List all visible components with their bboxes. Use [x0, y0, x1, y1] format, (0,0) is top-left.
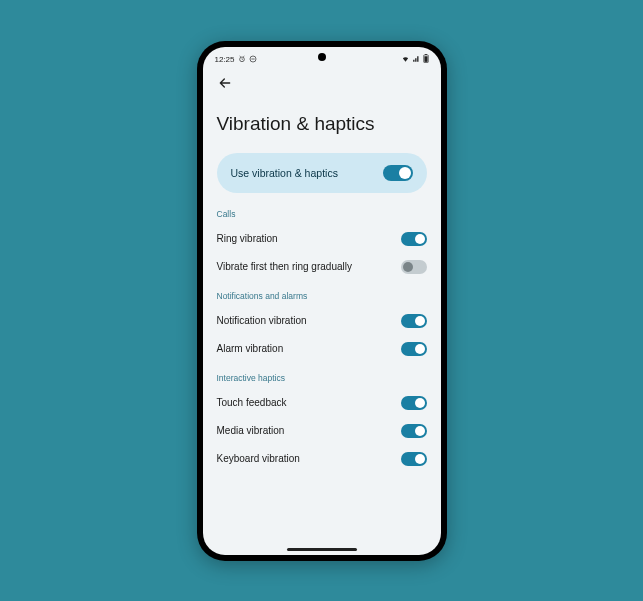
section-header-interactive: Interactive haptics: [217, 373, 427, 383]
row-label: Keyboard vibration: [217, 453, 300, 464]
ring-vibration-toggle[interactable]: [401, 232, 427, 246]
page-title: Vibration & haptics: [217, 113, 427, 135]
notification-vibration-toggle[interactable]: [401, 314, 427, 328]
front-camera: [318, 53, 326, 61]
phone-frame: 12:25: [197, 41, 447, 561]
row-alarm-vibration[interactable]: Alarm vibration: [217, 335, 427, 363]
dnd-icon: [249, 55, 257, 65]
row-media-vibration[interactable]: Media vibration: [217, 417, 427, 445]
content: Vibration & haptics Use vibration & hapt…: [203, 113, 441, 473]
row-touch-feedback[interactable]: Touch feedback: [217, 389, 427, 417]
alarm-vibration-toggle[interactable]: [401, 342, 427, 356]
vibrate-first-toggle[interactable]: [401, 260, 427, 274]
hero-toggle-card[interactable]: Use vibration & haptics: [217, 153, 427, 193]
signal-icon: [412, 55, 421, 65]
row-keyboard-vibration[interactable]: Keyboard vibration: [217, 445, 427, 473]
svg-rect-5: [424, 56, 427, 62]
svg-rect-4: [425, 54, 427, 55]
row-label: Notification vibration: [217, 315, 307, 326]
row-label: Touch feedback: [217, 397, 287, 408]
section-header-calls: Calls: [217, 209, 427, 219]
media-vibration-toggle[interactable]: [401, 424, 427, 438]
row-label: Vibrate first then ring gradually: [217, 261, 352, 272]
row-notification-vibration[interactable]: Notification vibration: [217, 307, 427, 335]
screen: 12:25: [203, 47, 441, 555]
row-vibrate-first[interactable]: Vibrate first then ring gradually: [217, 253, 427, 281]
keyboard-vibration-toggle[interactable]: [401, 452, 427, 466]
section-header-notifications: Notifications and alarms: [217, 291, 427, 301]
gesture-nav-bar[interactable]: [287, 548, 357, 551]
wifi-icon: [401, 55, 410, 65]
row-label: Ring vibration: [217, 233, 278, 244]
row-label: Media vibration: [217, 425, 285, 436]
svg-rect-2: [251, 58, 254, 59]
touch-feedback-toggle[interactable]: [401, 396, 427, 410]
battery-icon: [423, 54, 429, 65]
alarm-icon: [238, 55, 246, 65]
row-label: Alarm vibration: [217, 343, 284, 354]
hero-label: Use vibration & haptics: [231, 167, 338, 179]
status-time: 12:25: [215, 55, 235, 64]
back-button[interactable]: [217, 75, 233, 91]
row-ring-vibration[interactable]: Ring vibration: [217, 225, 427, 253]
use-vibration-haptics-toggle[interactable]: [383, 165, 413, 181]
